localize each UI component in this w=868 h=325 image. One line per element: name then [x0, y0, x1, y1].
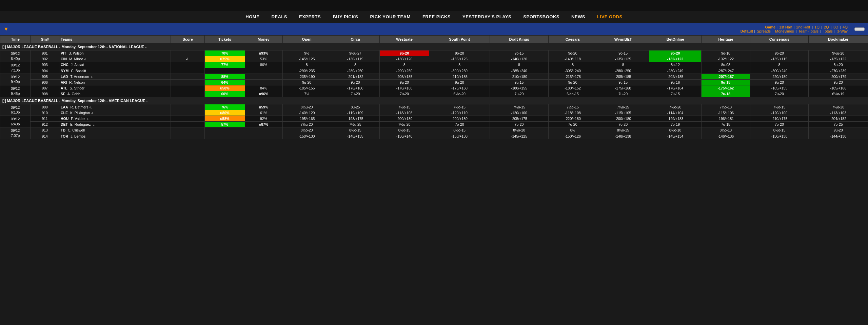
game-number-1: 911: [31, 116, 59, 121]
circa-1: -193/+175: [331, 116, 379, 121]
table-row: 09/127:10p903CHC J. Assad 77%86%88888888…: [0, 62, 868, 68]
wynnbet-1: -175/+160: [597, 85, 649, 91]
link-1q[interactable]: 1Q: [814, 25, 820, 29]
draftkings-1: 7½o-15: [490, 104, 549, 110]
game-time: 09/129:45p: [0, 85, 31, 97]
draftkings-2: -145/+125: [490, 133, 549, 139]
nav-yesterdays-plays[interactable]: YESTERDAY'S PLAYS: [462, 14, 511, 19]
heritage-2: -115/+106: [702, 110, 750, 116]
nav-free-picks[interactable]: FREE PICKS: [422, 14, 451, 19]
consensus-1: -220/+180: [750, 74, 809, 79]
ticket-pct-1: 88%: [205, 74, 245, 79]
southpoint-1: -200/+180: [429, 116, 490, 121]
score-1: [171, 127, 205, 133]
open-1: -235/+190: [282, 74, 331, 79]
betonline-1: 9o-20: [649, 50, 701, 56]
game-number-1: 909: [31, 104, 59, 110]
wynnbet-2: -135/+125: [597, 56, 649, 62]
nav-deals[interactable]: DEALS: [271, 14, 287, 19]
circa-2: -130/+119: [331, 56, 379, 62]
draftkings-1: -180/+155: [490, 85, 549, 91]
score-1: [171, 74, 205, 79]
collapse-icon[interactable]: ▼: [3, 26, 9, 32]
link-spreads[interactable]: Spreads: [757, 29, 771, 33]
col-score: Score: [171, 36, 205, 43]
circa-2: -280/+250: [331, 68, 379, 74]
wynnbet-1: 7½o-15: [597, 104, 649, 110]
southpoint-1: 8½o-15: [429, 127, 490, 133]
table-row: 09/126:40p901PIT B. Wilson 70%u93%9½9½u-…: [0, 50, 868, 56]
heritage-2: 7o-18: [702, 122, 750, 127]
southpoint-2: 6½o-20: [429, 91, 490, 97]
nav-experts[interactable]: EXPERTS: [299, 14, 321, 19]
caesars-1: -215/+178: [548, 74, 597, 79]
team-1: CHC J. Assad: [59, 62, 171, 68]
ticket-pct-2: u75%: [205, 56, 245, 62]
game-number-2: 908: [31, 91, 59, 97]
heritage-1: 8½o-13: [702, 127, 750, 133]
link-4q[interactable]: 4Q: [843, 25, 848, 29]
clear-button[interactable]: [854, 27, 865, 31]
ticket-pct-2: [205, 133, 245, 139]
col-bookmaker: Bookmaker: [809, 36, 868, 43]
link-totals[interactable]: Totals: [823, 29, 833, 33]
game-number-2: 914: [31, 133, 59, 139]
nav-sportsbooks[interactable]: SPORTSBOOKS: [523, 14, 559, 19]
link-3q[interactable]: 3Q: [833, 25, 839, 29]
open-2: -290/+235: [282, 68, 331, 74]
bookmaker-2: -270/+239: [809, 68, 868, 74]
table-row: 906ARI R. Nelson 64%9u-209u-209u-209u-20…: [0, 79, 868, 85]
open-1: -195/+165: [282, 116, 331, 121]
circa-2: 7½u-25: [331, 122, 379, 127]
heritage-2: -132/+122: [702, 56, 750, 62]
draftkings-1: -210/+180: [490, 74, 549, 79]
score-1: [171, 62, 205, 68]
nav-live-odds[interactable]: LIVE ODDS: [597, 14, 623, 19]
link-2nd-half[interactable]: 2nd Half: [796, 25, 810, 29]
consensus-2: -300/+240: [750, 68, 809, 74]
link-moneylines[interactable]: Moneylines: [775, 29, 794, 33]
score-2: [171, 133, 205, 139]
team-1: ATL S. Strider: [59, 85, 171, 91]
link-1st-half[interactable]: 1st Half: [779, 25, 792, 29]
money-pct-1: 86%: [245, 62, 282, 68]
nav-pick-your-team[interactable]: PICK YOUR TEAM: [370, 14, 410, 19]
consensus-2: 7o-20: [750, 122, 809, 127]
bookmaker-1: 9½u-20: [809, 50, 868, 56]
money-pct-2: 61%: [245, 110, 282, 116]
betonline-1: -199/+183: [649, 116, 701, 121]
link-3way[interactable]: 3-Way: [837, 29, 848, 33]
open-1: 9½: [282, 50, 331, 56]
open-1: -185/+155: [282, 85, 331, 91]
heritage-2: 7u-18: [702, 91, 750, 97]
consensus-2: -120/+100: [750, 110, 809, 116]
score-1: [171, 50, 205, 56]
nav-news[interactable]: NEWS: [571, 14, 585, 19]
wynnbet-1: 9o-15: [597, 50, 649, 56]
game-number-1: 905: [31, 74, 59, 79]
caesars-1: 8½: [548, 127, 597, 133]
table-row: 09/129:40p905LAD T. Anderson -L88%-235/+…: [0, 74, 868, 79]
ticket-pct-1: 70%: [205, 50, 245, 56]
westgate-1: -170/+160: [380, 85, 429, 91]
nav-home[interactable]: HOME: [245, 14, 259, 19]
score-2: [171, 91, 205, 97]
open-2: 9u-20: [282, 79, 331, 85]
circa-1: 8u-25: [331, 104, 379, 110]
nav-buy-picks[interactable]: BUY PICKS: [333, 14, 358, 19]
money-pct-2: [245, 133, 282, 139]
bookmaker-2: 9u-20: [809, 79, 868, 85]
money-pct-1: [245, 74, 282, 79]
team-2: TOR J. Berrios: [59, 133, 171, 139]
consensus-2: 9u-20: [750, 79, 809, 85]
table-row: 902CIN M. Minor -L-Lu75%53%-145/+125-130…: [0, 56, 868, 62]
team-1: TB C. Criswell: [59, 127, 171, 133]
betonline-1: 8½o-18: [649, 127, 701, 133]
link-team-totals[interactable]: Team-Totals: [798, 29, 818, 33]
westgate-2: -290/+250: [380, 68, 429, 74]
westgate-2: 7½u-20: [380, 122, 429, 127]
consensus-2: -135/+115: [750, 56, 809, 62]
link-2q[interactable]: 2Q: [824, 25, 829, 29]
wynnbet-2: -115/+105: [597, 110, 649, 116]
draftkings-2: -285/+240: [490, 68, 549, 74]
